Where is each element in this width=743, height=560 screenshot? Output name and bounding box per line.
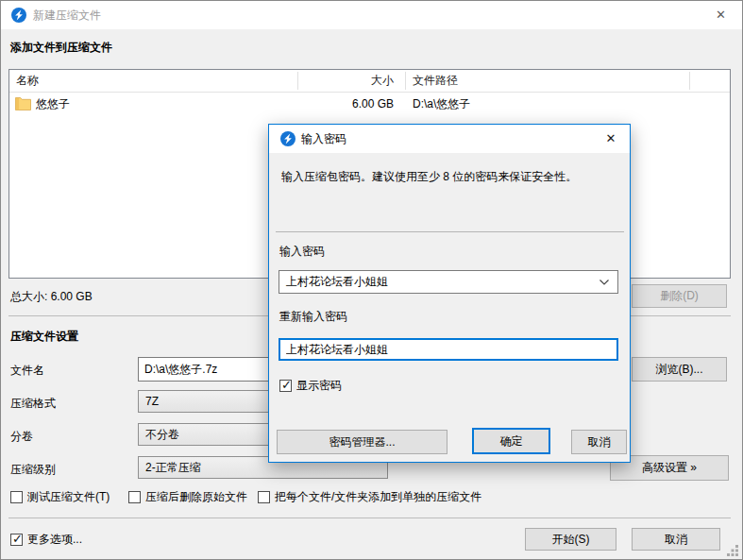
dialog-title: 输入密码 bbox=[301, 125, 346, 153]
password-manager-button[interactable]: 密码管理器... bbox=[277, 430, 447, 454]
filename-label: 文件名 bbox=[10, 364, 44, 377]
dialog-title-bar: 输入密码 ✕ bbox=[269, 125, 630, 153]
volume-label: 分卷 bbox=[10, 430, 33, 443]
password-value: 上村花论坛看小姐姐 bbox=[286, 271, 388, 293]
column-header-name[interactable]: 名称 bbox=[16, 70, 39, 92]
start-button[interactable]: 开始(S) bbox=[525, 528, 616, 551]
separate-archives-label: 把每个文件/文件夹添加到单独的压缩文件 bbox=[275, 489, 481, 505]
test-archive-label: 测试压缩文件(T) bbox=[27, 489, 110, 505]
divider bbox=[8, 518, 731, 518]
section-add-files: 添加文件到压缩文件 bbox=[10, 40, 112, 56]
delete-after-label: 压缩后删除原始文件 bbox=[145, 489, 247, 505]
enter-password-dialog: 输入密码 ✕ 输入压缩包密码。建议使用至少 8 位的密码来保证安全性。 输入密码… bbox=[268, 124, 631, 463]
delete-after-checkbox[interactable]: 压缩后删除原始文件 bbox=[128, 489, 247, 505]
divider bbox=[276, 231, 624, 232]
more-options-checkbox[interactable]: ✓ 更多选项... bbox=[10, 532, 82, 548]
password-instruction: 输入压缩包密码。建议使用至少 8 位的密码来保证安全性。 bbox=[281, 169, 619, 185]
title-bar: 新建压缩文件 ✕ bbox=[1, 1, 742, 29]
cancel-button[interactable]: 取消 bbox=[632, 528, 720, 551]
checkbox-unchecked[interactable] bbox=[128, 491, 141, 503]
column-separator[interactable] bbox=[297, 72, 298, 90]
close-icon[interactable]: ✕ bbox=[700, 1, 742, 29]
checkbox-checked[interactable]: ✓ bbox=[10, 534, 23, 546]
resize-grip[interactable] bbox=[727, 545, 738, 556]
password-label: 输入密码 bbox=[279, 245, 325, 258]
column-header-path[interactable]: 文件路径 bbox=[413, 70, 458, 92]
chevron-down-icon[interactable] bbox=[599, 280, 609, 285]
browse-button[interactable]: 浏览(B)... bbox=[632, 357, 727, 382]
window-title: 新建压缩文件 bbox=[33, 1, 101, 29]
separate-archives-checkbox[interactable]: 把每个文件/文件夹添加到单独的压缩文件 bbox=[258, 489, 481, 505]
dialog-cancel-button[interactable]: 取消 bbox=[571, 430, 627, 454]
dialog-close-icon[interactable]: ✕ bbox=[592, 125, 630, 153]
column-separator[interactable] bbox=[405, 72, 406, 90]
level-label: 压缩级别 bbox=[10, 463, 56, 476]
checkbox-checked[interactable]: ✓ bbox=[279, 380, 292, 392]
file-name: 悠悠子 bbox=[36, 93, 70, 115]
password-combobox[interactable]: 上村花论坛看小姐姐 bbox=[279, 270, 618, 294]
confirm-password-input[interactable] bbox=[279, 338, 618, 361]
show-password-checkbox[interactable]: ✓ 显示密码 bbox=[279, 378, 342, 394]
bandizip-logo-icon bbox=[11, 8, 26, 23]
total-size-label: 总大小: 6.00 GB bbox=[10, 290, 93, 303]
file-path: D:\a\悠悠子 bbox=[413, 93, 470, 115]
check-icon: ✓ bbox=[12, 532, 23, 546]
column-header-size[interactable]: 大小 bbox=[305, 70, 394, 92]
format-label: 压缩格式 bbox=[10, 397, 56, 410]
column-separator[interactable] bbox=[689, 72, 690, 90]
folder-icon bbox=[15, 96, 31, 110]
file-size: 6.00 GB bbox=[305, 93, 394, 115]
ok-button[interactable]: 确定 bbox=[472, 428, 550, 454]
more-options-label: 更多选项... bbox=[27, 532, 82, 548]
new-archive-window: 新建压缩文件 ✕ 添加文件到压缩文件 名称 大小 文件路径 悠悠子 6.00 G… bbox=[0, 0, 743, 560]
show-password-label: 显示密码 bbox=[296, 378, 342, 394]
section-archive-settings: 压缩文件设置 bbox=[10, 329, 78, 345]
test-archive-checkbox[interactable]: 测试压缩文件(T) bbox=[10, 489, 110, 505]
check-icon: ✓ bbox=[281, 378, 292, 392]
checkbox-unchecked[interactable] bbox=[10, 491, 23, 503]
file-list-header: 名称 大小 文件路径 bbox=[9, 70, 730, 93]
delete-button[interactable]: 删除(D) bbox=[632, 284, 727, 308]
confirm-password-label: 重新输入密码 bbox=[279, 310, 347, 323]
table-row[interactable]: 悠悠子 6.00 GB D:\a\悠悠子 bbox=[9, 93, 730, 115]
bandizip-logo-icon bbox=[280, 131, 296, 146]
checkbox-unchecked[interactable] bbox=[258, 491, 270, 503]
